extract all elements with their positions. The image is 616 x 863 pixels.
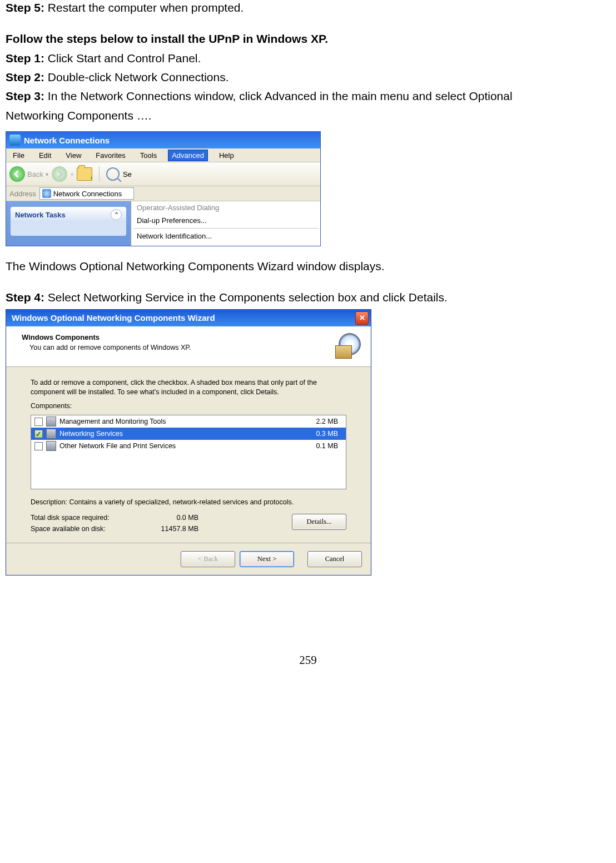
step4-label: Step 4: bbox=[6, 291, 44, 304]
nc-titlebar: Network Connections bbox=[6, 132, 320, 148]
menu-divider bbox=[133, 228, 319, 229]
sidebar-body bbox=[11, 222, 126, 236]
nc-window: Network Connections File Edit View Favor… bbox=[6, 131, 321, 246]
mid-text: The Windows Optional Networking Componen… bbox=[6, 259, 610, 274]
wizard-title-text: Windows Optional Networking Components W… bbox=[12, 313, 215, 323]
wizard-window: Windows Optional Networking Components W… bbox=[6, 309, 371, 576]
avail-value: 11457.8 MB bbox=[143, 525, 198, 533]
step1-label: Step 1: bbox=[6, 52, 44, 65]
list-item-other-network[interactable]: Other Network File and Print Services 0.… bbox=[31, 440, 346, 452]
component-icon bbox=[46, 429, 56, 439]
address-icon bbox=[42, 189, 51, 198]
menu-file[interactable]: File bbox=[9, 150, 28, 161]
cancel-button[interactable]: Cancel bbox=[307, 551, 362, 567]
step1: Step 1: Click Start and Control Panel. bbox=[6, 51, 610, 66]
step4-text: Select Networking Service in the Compone… bbox=[44, 291, 448, 304]
cd-box-icon bbox=[335, 333, 361, 359]
checkbox-management[interactable] bbox=[34, 418, 43, 426]
wizard-header: Windows Components You can add or remove… bbox=[6, 326, 371, 367]
nc-app-icon bbox=[9, 135, 21, 146]
step5-label: Step 5: bbox=[6, 1, 44, 14]
checkbox-networking[interactable]: ✓ bbox=[34, 430, 43, 438]
menu-item-network-id[interactable]: Network Identification... bbox=[131, 230, 320, 242]
menu-edit[interactable]: Edit bbox=[36, 150, 54, 161]
forward-dropdown-icon[interactable]: ▾ bbox=[71, 171, 73, 177]
step3: Step 3: In the Network Connections windo… bbox=[6, 88, 610, 104]
list-size: 0.1 MB bbox=[299, 442, 342, 450]
menu-view[interactable]: View bbox=[62, 150, 85, 161]
wizard-titlebar: Windows Optional Networking Components W… bbox=[6, 310, 371, 326]
menu-advanced[interactable]: Advanced bbox=[168, 150, 208, 161]
up-folder-button[interactable] bbox=[77, 167, 92, 181]
address-value: Network Connections bbox=[53, 190, 122, 198]
wizard-header-title: Windows Components bbox=[22, 333, 191, 341]
step5-text: Restart the computer when prompted. bbox=[44, 1, 244, 14]
nc-menubar: File Edit View Favorites Tools Advanced … bbox=[6, 148, 320, 162]
back-button[interactable]: Back ▾ bbox=[9, 166, 48, 182]
nc-title-text: Network Connections bbox=[24, 136, 110, 145]
sidebar-heading-text: Network Tasks bbox=[15, 211, 66, 219]
list-label: Other Network File and Print Services bbox=[59, 442, 299, 450]
advanced-menu-dropdown: Operator-Assisted Dialing Dial-up Prefer… bbox=[131, 201, 320, 246]
menu-help[interactable]: Help bbox=[216, 150, 237, 161]
menu-item-dialup-prefs[interactable]: Dial-up Preferences... bbox=[131, 214, 320, 227]
avail-label: Space available on disk: bbox=[31, 525, 136, 533]
next-button[interactable]: Next > bbox=[240, 551, 294, 567]
step4: Step 4: Select Networking Service in the… bbox=[6, 290, 610, 305]
component-icon bbox=[46, 441, 56, 451]
nc-main: Operator-Assisted Dialing Dial-up Prefer… bbox=[131, 201, 320, 246]
nc-toolbar: Back ▾ ▾ Se bbox=[6, 162, 320, 186]
search-label-partial: Se bbox=[123, 170, 132, 178]
checkbox-other[interactable] bbox=[34, 442, 43, 450]
component-icon bbox=[46, 416, 56, 426]
page-number: 259 bbox=[6, 653, 610, 667]
address-label: Address bbox=[9, 190, 36, 198]
wizard-body: To add or remove a component, click the … bbox=[6, 367, 371, 543]
search-icon[interactable] bbox=[106, 167, 120, 181]
address-field[interactable]: Network Connections bbox=[39, 187, 134, 200]
list-label: Networking Services bbox=[59, 430, 299, 438]
list-size: 0.3 MB bbox=[299, 430, 342, 438]
list-size: 2.2 MB bbox=[299, 418, 342, 425]
step3-text-a: In the Network Connections window, click… bbox=[44, 90, 513, 102]
description-label: Description: bbox=[31, 498, 69, 506]
menu-favorites[interactable]: Favorites bbox=[92, 150, 128, 161]
description-text: Contains a variety of specialized, netwo… bbox=[69, 498, 294, 506]
step3b: Networking Components …. bbox=[6, 108, 610, 123]
step2: Step 2: Double-click Network Connections… bbox=[6, 70, 610, 85]
list-item-networking-services[interactable]: ✓ Networking Services 0.3 MB bbox=[31, 428, 346, 440]
description-row: Description: Contains a variety of speci… bbox=[31, 498, 346, 506]
toolbar-divider bbox=[99, 166, 100, 182]
sidebar-heading[interactable]: Network Tasks ⌃ bbox=[11, 207, 126, 222]
close-button[interactable]: ✕ bbox=[355, 311, 369, 325]
menu-item-bridge[interactable]: Bridge Connections bbox=[131, 242, 320, 246]
req-value: 0.0 MB bbox=[143, 514, 198, 522]
step5: Step 5: Restart the computer when prompt… bbox=[6, 0, 610, 16]
forward-button[interactable] bbox=[52, 166, 67, 182]
back-label: Back bbox=[27, 170, 43, 178]
list-item-management[interactable]: Management and Monitoring Tools 2.2 MB bbox=[31, 415, 346, 428]
wizard-footer: < Back Next > Cancel bbox=[6, 543, 371, 575]
back-arrow-icon bbox=[9, 166, 25, 182]
collapse-icon[interactable]: ⌃ bbox=[111, 209, 122, 220]
step2-label: Step 2: bbox=[6, 71, 44, 83]
step2-text: Double-click Network Connections. bbox=[44, 71, 228, 83]
nc-address-bar: Address Network Connections bbox=[6, 186, 320, 201]
details-button[interactable]: Details... bbox=[292, 514, 346, 530]
follow-heading: Follow the steps below to install the UP… bbox=[6, 31, 610, 47]
step3-label: Step 3: bbox=[6, 90, 44, 102]
req-label: Total disk space required: bbox=[31, 514, 136, 522]
menu-tools[interactable]: Tools bbox=[137, 150, 160, 161]
list-label: Management and Monitoring Tools bbox=[59, 418, 299, 425]
menu-item-operator-assisted[interactable]: Operator-Assisted Dialing bbox=[131, 201, 320, 214]
nc-sidebar: Network Tasks ⌃ bbox=[6, 201, 131, 246]
wizard-header-sub: You can add or remove components of Wind… bbox=[22, 344, 191, 351]
step1-text: Click Start and Control Panel. bbox=[44, 52, 201, 65]
back-button-wizard: < Back bbox=[181, 551, 235, 567]
components-label: Components: bbox=[31, 401, 346, 411]
wizard-instruction: To add or remove a component, click the … bbox=[31, 378, 346, 397]
components-listbox[interactable]: Management and Monitoring Tools 2.2 MB ✓… bbox=[31, 415, 346, 489]
